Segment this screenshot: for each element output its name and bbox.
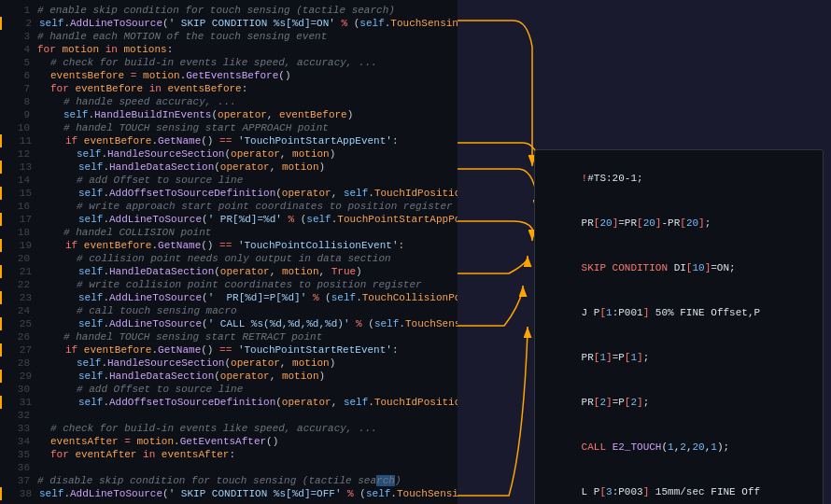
code-line: 38 self.AddLineToSource(' SKIP CONDITION…: [0, 487, 458, 500]
code-line: 2 self.AddLineToSource(' SKIP CONDITION …: [0, 17, 458, 30]
code-line: 33 # check for build-in events like spee…: [0, 422, 458, 435]
code-line: 18 # handel COLLISION point: [0, 226, 458, 239]
code-line: 5 # check for build-in events like speed…: [0, 56, 458, 69]
code-line: 32: [0, 409, 458, 422]
code-line: 4 for motion in motions:: [0, 43, 458, 56]
annotation-line-4: J P[1:P001] 50% FINE Offset,P: [544, 290, 813, 335]
code-line: 37 # disable skip condition for touch se…: [0, 474, 458, 487]
code-line: 1 # enable skip condition for touch sens…: [0, 4, 458, 17]
code-line: 3 # handle each MOTION of the touch sens…: [0, 30, 458, 43]
code-line: 7 for eventBefore in eventsBefore:: [0, 82, 458, 95]
code-line: 19 if eventBefore.GetName() == 'TouchPoi…: [0, 239, 458, 252]
code-line: 24 # call touch sensing macro: [0, 304, 458, 317]
code-line: 27 if eventBefore.GetName() == 'TouchPoi…: [0, 343, 458, 357]
annotation-code-box: !#TS:20-1; PR[20]=PR[20]-PR[20]; SKIP CO…: [534, 149, 824, 504]
annotation-line-2: PR[20]=PR[20]-PR[20];: [544, 201, 813, 245]
code-line: 36: [0, 461, 458, 474]
code-line: 13 self.HandleDataSection(operator, moti…: [0, 161, 458, 174]
annotation-line-1: !#TS:20-1;: [544, 156, 813, 201]
code-line: 25 self.AddLineToSource(' CALL %s(%d,%d,…: [0, 317, 458, 330]
code-editor-panel: 1 # enable skip condition for touch sens…: [0, 0, 458, 504]
code-line: 10 # handel TOUCH sensing start APPROACH…: [0, 121, 458, 134]
annotation-line-6: PR[2]=P[2];: [544, 380, 813, 425]
code-line: 29 self.HandleDataSection(operator, moti…: [0, 370, 458, 383]
annotation-line-5: PR[1]=P[1];: [544, 335, 813, 380]
code-line: 14 # add Offset to source line: [0, 174, 458, 187]
code-line: 35 for eventAfter in eventsAfter:: [0, 448, 458, 461]
code-line: 16 # write approach start point coordina…: [0, 200, 458, 213]
annotation-line-8: L P[3:P003] 15mm/sec FINE Off: [544, 469, 813, 504]
code-line: 11 if eventBefore.GetName() == 'TouchPoi…: [0, 134, 458, 147]
annotation-panel: !#TS:20-1; PR[20]=PR[20]-PR[20]; SKIP CO…: [458, 0, 831, 504]
code-line: 8 # handle speed accuracy, ...: [0, 95, 458, 108]
code-line: 17 self.AddLineToSource(' PR[%d]=%d' % (…: [0, 213, 458, 226]
annotation-line-7: CALL E2_TOUCH(1,2,20,1);: [544, 425, 813, 469]
code-line: 20 # collision point needs only output i…: [0, 252, 458, 265]
code-line: 15 self.AddOffsetToSourceDefinition(oper…: [0, 187, 458, 200]
annotation-line-3: SKIP CONDITION DI[10]=ON;: [544, 245, 813, 290]
code-line: 23 self.AddLineToSource(' PR[%d]=P[%d]' …: [0, 291, 458, 304]
code-line: 21 self.HandleDataSection(operator, moti…: [0, 265, 458, 278]
code-line: 22 # write collision point coordinates t…: [0, 278, 458, 291]
code-line: 34 eventsAfter = motion.GetEventsAfter(): [0, 435, 458, 448]
code-line: 26 # handel TOUCH sensing start RETRACT …: [0, 330, 458, 343]
code-line: 30 # add Offset to source line: [0, 383, 458, 396]
code-line: 6 eventsBefore = motion.GetEventsBefore(…: [0, 69, 458, 82]
code-line: 12 self.HandleSourceSection(operator, mo…: [0, 147, 458, 161]
code-line: 31 self.AddOffsetToSourceDefinition(oper…: [0, 396, 458, 409]
code-line: 9 self.HandleBuildInEvents(operator, eve…: [0, 108, 458, 121]
code-line: 28 self.HandleSourceSection(operator, mo…: [0, 357, 458, 370]
